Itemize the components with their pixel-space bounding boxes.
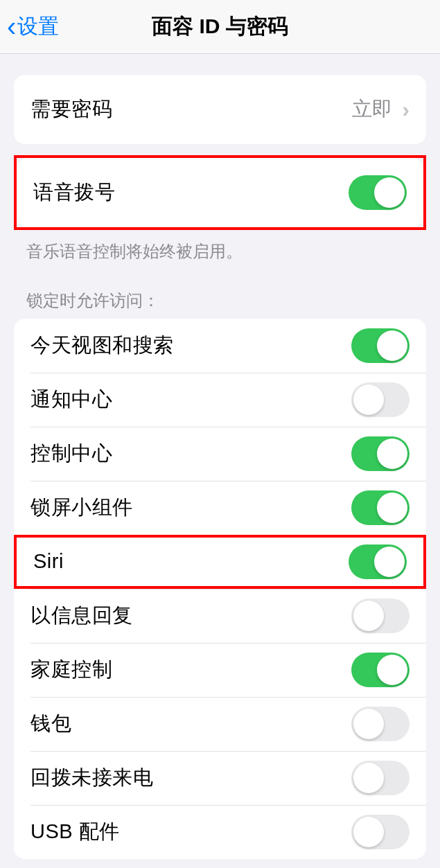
toggle-switch[interactable]	[351, 382, 410, 417]
require-passcode-group: 需要密码 立即 ›	[14, 75, 426, 144]
require-passcode-row[interactable]: 需要密码 立即 ›	[14, 75, 426, 144]
toggle-switch[interactable]	[351, 490, 410, 525]
back-button[interactable]: ‹ 设置	[0, 11, 59, 42]
toggle-knob	[353, 817, 384, 847]
toggle-knob	[374, 547, 405, 577]
locked-access-header: 锁定时允许访问：	[0, 263, 440, 319]
toggle-switch[interactable]	[351, 599, 410, 633]
row-label: 钱包	[30, 710, 71, 738]
locked-access-row[interactable]: Siri	[14, 535, 426, 589]
require-passcode-label: 需要密码	[30, 96, 112, 123]
locked-access-row[interactable]: 回拨未接来电	[14, 751, 426, 805]
toggle-switch[interactable]	[351, 436, 410, 471]
row-label: USB 配件	[30, 818, 120, 846]
locked-access-row[interactable]: 钱包	[14, 697, 426, 751]
voice-dial-label: 语音拨号	[33, 179, 115, 206]
row-label: 锁屏小组件	[30, 494, 133, 522]
toggle-switch[interactable]	[351, 707, 410, 741]
locked-access-group: 今天视图和搜索通知中心控制中心锁屏小组件Siri以信息回复家庭控制钱包回拨未接来…	[14, 319, 426, 859]
row-label: 控制中心	[30, 440, 112, 468]
locked-access-row[interactable]: 家庭控制	[14, 643, 426, 697]
row-label: 通知中心	[30, 386, 112, 414]
voice-dial-group: 语音拨号	[17, 158, 423, 227]
toggle-knob	[377, 439, 407, 469]
locked-access-row[interactable]: 以信息回复	[14, 589, 426, 643]
row-label: 以信息回复	[30, 602, 133, 630]
page-title: 面容 ID 与密码	[152, 12, 288, 41]
toggle-knob	[353, 384, 384, 415]
toggle-knob	[377, 655, 407, 685]
toggle-switch[interactable]	[351, 815, 410, 849]
toggle-knob	[353, 709, 384, 739]
toggle-knob	[353, 763, 384, 793]
toggle-switch[interactable]	[351, 761, 410, 795]
voice-dial-row[interactable]: 语音拨号	[17, 158, 423, 227]
row-label: Siri	[33, 550, 64, 573]
locked-access-row[interactable]: 今天视图和搜索	[14, 319, 426, 373]
row-label: 家庭控制	[30, 656, 112, 684]
voice-dial-footer: 音乐语音控制将始终被启用。	[0, 230, 440, 263]
row-label: 回拨未接来电	[30, 764, 153, 792]
locked-access-row[interactable]: 锁屏小组件	[14, 481, 426, 535]
toggle-switch[interactable]	[351, 328, 410, 363]
chevron-right-icon: ›	[402, 97, 410, 123]
locked-access-row[interactable]: 控制中心	[14, 427, 426, 481]
back-label: 设置	[17, 12, 59, 41]
chevron-left-icon: ‹	[7, 11, 16, 42]
toggle-switch[interactable]	[351, 653, 410, 687]
locked-access-footer: iPhone 锁定超过一小时后，需先解锁 iPhone 才能允许USB 配件连接…	[0, 859, 440, 868]
locked-access-row[interactable]: 通知中心	[14, 373, 426, 427]
highlight-voice-dial: 语音拨号	[14, 155, 426, 230]
navigation-header: ‹ 设置 面容 ID 与密码	[0, 0, 440, 54]
toggle-knob	[374, 177, 405, 208]
require-passcode-value: 立即	[352, 96, 392, 123]
toggle-knob	[353, 601, 384, 631]
row-label: 今天视图和搜索	[30, 332, 174, 360]
toggle-knob	[377, 493, 407, 523]
toggle-knob	[377, 330, 407, 361]
locked-access-row[interactable]: USB 配件	[14, 805, 426, 859]
row-right: 立即 ›	[352, 96, 410, 123]
toggle-switch[interactable]	[349, 544, 407, 579]
voice-dial-toggle[interactable]	[349, 175, 407, 210]
